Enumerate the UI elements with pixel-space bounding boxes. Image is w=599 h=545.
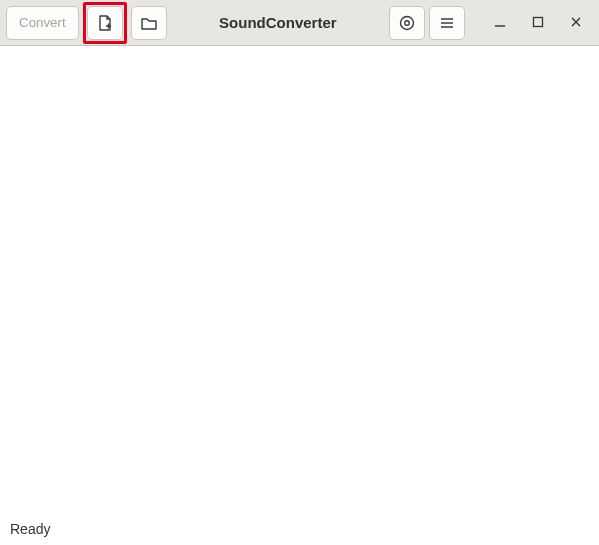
svg-point-0 (401, 16, 414, 29)
statusbar: Ready (0, 519, 599, 545)
headerbar: Convert SoundConverter (0, 0, 599, 46)
convert-button-label: Convert (19, 15, 66, 30)
close-button[interactable] (559, 6, 593, 40)
settings-button[interactable] (389, 6, 425, 40)
maximize-icon (532, 15, 544, 31)
close-icon (570, 15, 582, 31)
window-title: SoundConverter (171, 14, 385, 31)
maximize-button[interactable] (521, 6, 555, 40)
minimize-button[interactable] (483, 6, 517, 40)
status-text: Ready (10, 521, 50, 537)
add-file-icon (96, 14, 114, 32)
svg-rect-2 (534, 17, 543, 26)
menu-button[interactable] (429, 6, 465, 40)
convert-button[interactable]: Convert (6, 6, 79, 40)
add-file-highlight (83, 2, 127, 44)
settings-icon (398, 14, 416, 32)
file-list-area[interactable] (0, 46, 599, 519)
add-file-button[interactable] (87, 6, 123, 40)
svg-point-1 (405, 20, 409, 24)
add-folder-button[interactable] (131, 6, 167, 40)
add-folder-icon (140, 14, 158, 32)
minimize-icon (494, 15, 506, 31)
hamburger-icon (438, 14, 456, 32)
